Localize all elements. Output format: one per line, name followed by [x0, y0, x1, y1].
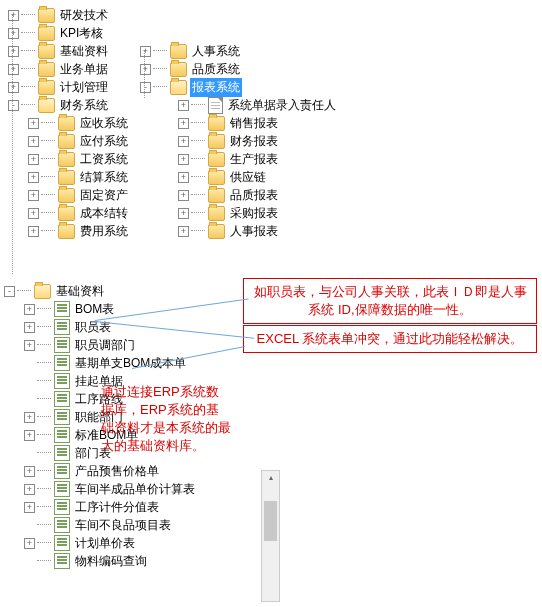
- toggle-icon[interactable]: +: [8, 64, 19, 75]
- node-label: BOM表: [73, 300, 116, 319]
- toggle-icon[interactable]: +: [8, 82, 19, 93]
- node-label: 基础资料: [54, 282, 106, 301]
- tree-node[interactable]: +计划单价表: [24, 534, 197, 552]
- tree-node[interactable]: +职员调部门: [24, 336, 197, 354]
- tree-node[interactable]: +职员表: [24, 318, 197, 336]
- tree-node[interactable]: 车间不良品项目表: [24, 516, 197, 534]
- toggle-icon[interactable]: +: [178, 136, 189, 147]
- toggle-icon[interactable]: +: [140, 64, 151, 75]
- folder-icon: [58, 152, 75, 167]
- scroll-up-icon[interactable]: ▴: [262, 471, 279, 485]
- toggle-icon[interactable]: +: [178, 100, 189, 111]
- tree-node-root[interactable]: - 基础资料: [4, 282, 197, 300]
- toggle-icon[interactable]: +: [24, 484, 35, 495]
- tree-node[interactable]: 物料编码查询: [24, 552, 197, 570]
- tree-node[interactable]: +工资系统: [28, 150, 130, 168]
- tree-node[interactable]: +生产报表: [178, 150, 338, 168]
- folder-icon: [34, 284, 51, 299]
- tree-node[interactable]: +KPI考核: [8, 24, 130, 42]
- sheet-icon: [54, 517, 70, 533]
- sheet-icon: [54, 301, 70, 317]
- scrollbar-vertical[interactable]: ▴: [261, 470, 280, 602]
- folder-icon: [58, 170, 75, 185]
- toggle-icon[interactable]: +: [8, 10, 19, 21]
- tree-node[interactable]: +业务单据: [8, 60, 130, 78]
- toggle-icon[interactable]: +: [28, 208, 39, 219]
- node-label: 固定资产: [78, 186, 130, 205]
- folder-icon: [38, 8, 55, 23]
- tree-node[interactable]: -报表系统: [140, 78, 338, 96]
- node-label: 系统单据录入责任人: [226, 96, 338, 115]
- toggle-icon[interactable]: +: [24, 322, 35, 333]
- toggle-icon[interactable]: +: [178, 190, 189, 201]
- toggle-icon[interactable]: +: [178, 154, 189, 165]
- tree-node[interactable]: +供应链: [178, 168, 338, 186]
- node-label: 供应链: [228, 168, 268, 187]
- tree-node[interactable]: +结算系统: [28, 168, 130, 186]
- toggle-icon[interactable]: +: [24, 502, 35, 513]
- tree-node[interactable]: +财务报表: [178, 132, 338, 150]
- toggle-icon[interactable]: +: [28, 118, 39, 129]
- toggle-icon[interactable]: +: [178, 118, 189, 129]
- tree-node[interactable]: +计划管理: [8, 78, 130, 96]
- toggle-icon[interactable]: +: [24, 340, 35, 351]
- tree-node[interactable]: +系统单据录入责任人: [178, 96, 338, 114]
- tree-node[interactable]: +费用系统: [28, 222, 130, 240]
- node-label: 品质报表: [228, 186, 280, 205]
- node-label: 研发技术: [58, 6, 110, 25]
- toggle-icon[interactable]: +: [28, 190, 39, 201]
- node-label: 财务系统: [58, 96, 110, 115]
- tree-node[interactable]: +车间半成品单价计算表: [24, 480, 197, 498]
- toggle-minus-icon[interactable]: -: [4, 286, 15, 297]
- node-label: 业务单据: [58, 60, 110, 79]
- toggle-icon[interactable]: +: [24, 430, 35, 441]
- folder-icon: [38, 62, 55, 77]
- toggle-icon[interactable]: +: [178, 226, 189, 237]
- tree-node[interactable]: +固定资产: [28, 186, 130, 204]
- node-label: 基础资料: [58, 42, 110, 61]
- node-label: 报表系统: [190, 78, 242, 97]
- tree-node[interactable]: +人事系统: [140, 42, 338, 60]
- tree-node[interactable]: +研发技术: [8, 6, 130, 24]
- toggle-icon[interactable]: +: [28, 226, 39, 237]
- toggle-icon[interactable]: +: [24, 538, 35, 549]
- toggle-icon[interactable]: +: [24, 412, 35, 423]
- tree-node[interactable]: +品质报表: [178, 186, 338, 204]
- toggle-icon[interactable]: +: [28, 154, 39, 165]
- toggle-icon[interactable]: +: [28, 172, 39, 183]
- folder-icon: [170, 44, 187, 59]
- tree-node[interactable]: +应付系统: [28, 132, 130, 150]
- toggle-icon[interactable]: -: [8, 100, 19, 111]
- folder-icon: [208, 152, 225, 167]
- toggle-icon[interactable]: +: [8, 46, 19, 57]
- tree-node[interactable]: +产品预售价格单: [24, 462, 197, 480]
- tree-node[interactable]: +基础资料: [8, 42, 130, 60]
- folder-icon: [58, 188, 75, 203]
- tree-node[interactable]: +品质系统: [140, 60, 338, 78]
- tree-vline: [12, 14, 13, 274]
- folder-icon: [208, 224, 225, 239]
- toggle-icon[interactable]: +: [8, 28, 19, 39]
- folder-icon: [58, 134, 75, 149]
- toggle-icon[interactable]: +: [178, 208, 189, 219]
- toggle-icon[interactable]: -: [140, 82, 151, 93]
- scroll-thumb[interactable]: [264, 501, 277, 541]
- toggle-icon[interactable]: +: [140, 46, 151, 57]
- toggle-icon[interactable]: +: [178, 172, 189, 183]
- doc-icon: [208, 97, 223, 114]
- tree-node[interactable]: +工序计件分值表: [24, 498, 197, 516]
- folder-icon: [208, 116, 225, 131]
- tree-node[interactable]: +成本结转: [28, 204, 130, 222]
- tree-node[interactable]: +应收系统: [28, 114, 130, 132]
- toggle-icon[interactable]: +: [28, 136, 39, 147]
- tree-node[interactable]: +销售报表: [178, 114, 338, 132]
- tree-node[interactable]: 基期单支BOM成本单: [24, 354, 197, 372]
- red-annotation: 通过连接ERP系统数据库，ERP系统的基础资料才是本系统的最大的基础资料库。: [101, 383, 231, 455]
- tree-node[interactable]: +人事报表: [178, 222, 338, 240]
- toggle-icon[interactable]: +: [24, 304, 35, 315]
- node-label: 工序计件分值表: [73, 498, 161, 517]
- tree-node[interactable]: +采购报表: [178, 204, 338, 222]
- sheet-icon: [54, 319, 70, 335]
- tree-node[interactable]: -财务系统: [8, 96, 130, 114]
- toggle-icon[interactable]: +: [24, 466, 35, 477]
